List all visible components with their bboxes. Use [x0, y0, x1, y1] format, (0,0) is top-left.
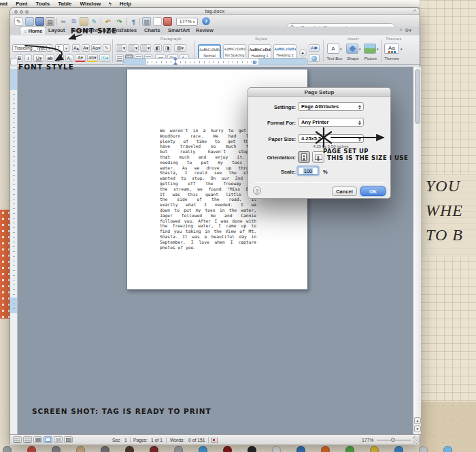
horizontal-ruler[interactable] [123, 58, 308, 65]
orientation-portrait-button[interactable] [298, 151, 310, 163]
styles-pane-button[interactable]: A✱ [309, 44, 320, 52]
zoom-slider-knob[interactable] [391, 438, 395, 442]
subscript-button[interactable]: A₂ [65, 54, 73, 62]
dock-icon[interactable] [150, 446, 158, 452]
dock-icon[interactable] [174, 446, 183, 452]
publishing-view-button[interactable] [33, 436, 42, 443]
dock-icon[interactable] [394, 446, 403, 452]
tab-tables[interactable]: Tables [121, 27, 137, 33]
dialog-help-button[interactable]: ? [253, 187, 261, 195]
draft-view-button[interactable] [13, 436, 22, 443]
dock-icon[interactable] [52, 446, 61, 452]
resize-grip[interactable] [413, 436, 420, 444]
font-name-combo[interactable]: Traveling _Type... [12, 44, 47, 52]
change-case-button[interactable]: Aa▾ [91, 44, 101, 52]
scrollbar-thumb[interactable] [415, 69, 420, 124]
font-name-dropdown[interactable]: ▾ [47, 44, 52, 52]
clear-formatting-button[interactable]: ✎ [103, 44, 111, 52]
format-painter-icon[interactable]: ✎ [90, 17, 99, 26]
manage-styles-button[interactable] [309, 54, 320, 62]
text-box-icon[interactable]: A [327, 44, 339, 54]
numbering-button[interactable]: ▾ [128, 44, 139, 52]
dock-icon[interactable] [223, 446, 232, 452]
italic-button[interactable]: I [24, 54, 32, 62]
dock-icon[interactable] [272, 446, 281, 452]
title-bar[interactable]: tag.docx ↗ [10, 8, 420, 15]
paste-icon[interactable] [80, 17, 88, 26]
print-layout-view-button[interactable] [44, 436, 52, 443]
more-styles-button[interactable]: ▸ [299, 49, 307, 56]
dock-icon[interactable] [125, 446, 134, 452]
scroll-down-button[interactable]: ▼ [414, 425, 421, 432]
menu-item-table[interactable]: Table [58, 1, 71, 7]
themes-dropdown[interactable]: ▾ [401, 47, 403, 51]
settings-dropdown[interactable]: Page Attributes [298, 102, 364, 111]
strikethrough-button[interactable]: ab [46, 54, 54, 62]
document-map-icon[interactable] [153, 17, 162, 26]
columns-button[interactable]: ▥▾ [174, 44, 186, 52]
dock-icon[interactable] [296, 446, 305, 452]
undo-icon[interactable]: ↶ [103, 17, 112, 26]
dock-icon[interactable] [27, 446, 36, 452]
menu-item-font[interactable]: Font [16, 1, 27, 7]
right-indent-marker[interactable] [253, 61, 256, 64]
dock-icon[interactable] [345, 446, 354, 452]
dock-icon[interactable] [248, 446, 256, 452]
shape-icon[interactable] [346, 44, 358, 54]
show-formatting-icon[interactable]: ¶ [129, 17, 138, 26]
menu-item-format[interactable]: Format [0, 1, 7, 7]
increase-indent-button[interactable]: ◨ [163, 44, 171, 52]
dialog-title[interactable]: Page Setup [248, 88, 390, 97]
dock-icon[interactable] [370, 446, 379, 452]
bullets-button[interactable]: ▾ [116, 44, 126, 52]
font-color-button[interactable]: A▾ [75, 54, 86, 62]
open-icon[interactable] [25, 17, 34, 26]
tab-smartart[interactable]: SmartArt [168, 27, 190, 33]
first-line-indent-marker[interactable] [173, 59, 177, 61]
hanging-indent-marker[interactable] [173, 62, 177, 65]
dock-icon[interactable] [101, 446, 109, 452]
outline-view-button[interactable] [23, 436, 32, 443]
save-icon[interactable] [35, 17, 44, 26]
highlight-button[interactable]: ab▾ [87, 54, 98, 62]
columns-icon[interactable]: ▥ [142, 17, 151, 26]
picture-dropdown[interactable]: ▾ [377, 47, 379, 51]
multilevel-list-button[interactable]: ▾ [140, 44, 151, 52]
ok-button[interactable]: OK [360, 187, 386, 196]
cut-icon[interactable]: ✂ [59, 17, 68, 26]
new-document-icon[interactable]: ✎ [14, 17, 23, 26]
scroll-up-button[interactable]: ▲ [414, 417, 421, 424]
text-effects-button[interactable]: Ⓐ▾ [99, 54, 110, 62]
dock-icon[interactable] [3, 446, 12, 452]
menu-item-tools[interactable]: Tools [35, 1, 50, 7]
dock-icon[interactable] [321, 446, 330, 452]
font-size-dropdown[interactable]: ▾ [64, 44, 69, 52]
vertical-ruler[interactable] [10, 67, 18, 434]
tab-charts[interactable]: Charts [144, 27, 160, 33]
menu-item-window[interactable]: Window [80, 1, 101, 7]
copy-icon[interactable]: ⧉ [69, 17, 78, 26]
words-value[interactable]: 0 of 151 [188, 438, 205, 442]
text-box-dropdown[interactable]: ▾ [340, 47, 342, 51]
pages-value[interactable]: 1 of 1 [151, 438, 163, 442]
tab-review[interactable]: Review [196, 27, 214, 33]
themes-icon[interactable]: Aa [384, 44, 399, 54]
focus-view-button[interactable] [64, 436, 73, 443]
superscript-button[interactable]: A² [56, 54, 64, 62]
dock-icon[interactable] [443, 446, 452, 452]
script-menu-icon[interactable]: ϟ [109, 1, 112, 6]
print-icon[interactable]: ▤ [46, 17, 54, 26]
track-changes-icon[interactable] [211, 438, 218, 443]
picture-icon[interactable] [364, 44, 376, 54]
tab-layout[interactable]: Layout [48, 27, 65, 33]
shape-dropdown[interactable]: ▾ [359, 47, 361, 51]
menu-item-help[interactable]: Help [120, 1, 131, 7]
format-for-dropdown[interactable]: Any Printer [298, 118, 364, 127]
dock-icon[interactable] [76, 446, 85, 452]
words-label[interactable]: Words: [170, 438, 184, 442]
ribbon-collapse-icon[interactable]: ^ [400, 28, 402, 33]
dock-icon[interactable] [419, 446, 428, 452]
zoom-combo[interactable]: 177%▾ [176, 18, 198, 26]
shrink-font-button[interactable]: A▾ [82, 44, 90, 52]
scale-input[interactable]: 100 [298, 167, 318, 175]
